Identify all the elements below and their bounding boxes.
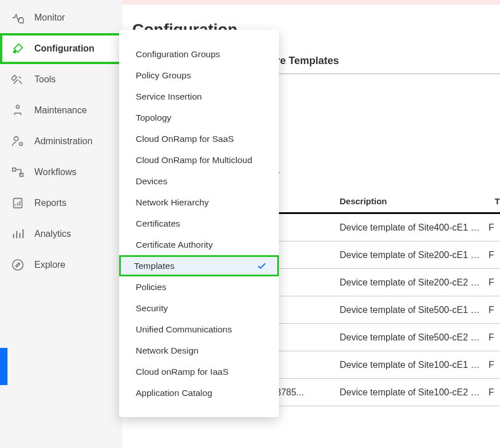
menu-label: Service Insertion [136,92,202,102]
sidebar-item-tools[interactable]: Tools [0,64,123,95]
tab-underline [276,73,500,74]
tab-feature-templates[interactable]: re Templates [276,55,500,72]
tools-icon [10,72,25,87]
svg-point-3 [16,105,19,109]
cell-last: F [489,360,494,370]
workflows-icon [10,165,25,180]
menu-label: Certificate Authority [136,240,212,250]
sidebar-item-reports[interactable]: Reports [0,188,123,219]
menu-item-topology[interactable]: Topology [119,107,279,128]
sidebar-item-maintenance[interactable]: Maintenance [0,95,123,126]
sidebar-item-workflows[interactable]: Workflows [0,157,123,188]
sidebar-label: Administration [34,136,92,146]
menu-label: Unified Communications [136,324,232,335]
menu-label: Network Design [136,346,198,356]
menu-item-cloud-onramp-iaas[interactable]: Cloud onRamp for IaaS [119,361,279,382]
cell-desc: Device template of Site200-cE1 wit... [340,250,489,260]
monitor-icon [10,10,25,25]
cell-last: F [489,332,494,343]
menu-label: Cloud onRamp for IaaS [136,367,229,377]
menu-item-security[interactable]: Security [119,298,279,319]
cell-desc: Device template of Site200-cE2 wit... [340,277,489,288]
menu-item-certificates[interactable]: Certificates [119,213,279,234]
cell-desc: Device template of Site500-cE2 wit... [340,332,489,343]
menu-label: Cloud OnRamp for Multicloud [136,155,252,165]
menu-label: Security [136,303,168,314]
sidebar-label: Workflows [34,167,77,177]
menu-item-policies[interactable]: Policies [119,276,279,298]
cell-last: F [489,305,494,315]
sidebar-label: Analytics [34,229,71,239]
menu-item-configuration-groups[interactable]: Configuration Groups [119,43,279,65]
menu-item-policy-groups[interactable]: Policy Groups [119,65,279,86]
cell-last: F [489,277,494,288]
cell-last: F [489,223,494,233]
cell-last: F [489,387,494,398]
cell-desc: Device template of Site100-cE2 wit... [340,387,489,398]
alert-banner [123,0,500,5]
cell-desc: Device template of Site100-cE1 wit... [340,360,489,370]
menu-item-cloud-onramp-multicloud[interactable]: Cloud OnRamp for Multicloud [119,149,279,171]
sidebar-label: Tools [34,74,56,85]
menu-label: Configuration Groups [136,49,220,60]
sidebar-label: Maintenance [34,105,87,116]
menu-item-devices[interactable]: Devices [119,171,279,192]
check-icon [257,261,267,271]
menu-label: Application Catalog [136,388,212,398]
svg-point-16 [13,260,23,270]
cell-desc: Device template of Site400-cE1 wit... [340,223,489,233]
menu-item-certificate-authority[interactable]: Certificate Authority [119,234,279,255]
svg-point-2 [14,51,16,53]
menu-label: Policy Groups [136,70,191,81]
menu-label: Cloud OnRamp for SaaS [136,134,234,144]
svg-point-5 [19,142,23,146]
svg-line-1 [22,22,23,23]
sidebar-label: Monitor [34,13,65,23]
sidebar-item-configuration[interactable]: Configuration [0,33,123,64]
sidebar-item-explore[interactable]: Explore [0,249,123,280]
administration-icon [10,134,25,149]
configuration-menu: Configuration Groups Policy Groups Servi… [119,30,279,417]
menu-label: Policies [136,282,166,292]
sidebar-label: Reports [34,198,66,208]
col-header-description[interactable]: Description [340,196,495,206]
tab-label: re Templates [276,55,339,66]
menu-item-network-design[interactable]: Network Design [119,340,279,361]
sidebar-label: Configuration [34,43,95,54]
sidebar-item-administration[interactable]: Administration [0,126,123,157]
cell-last: F [489,250,494,260]
menu-item-application-catalog[interactable]: Application Catalog [119,382,279,403]
analytics-icon [10,227,25,241]
maintenance-icon [10,103,25,118]
menu-item-templates[interactable]: Templates [119,255,279,276]
configuration-icon [10,41,25,56]
sidebar-item-analytics[interactable]: Analytics [0,219,123,249]
sidebar-label: Explore [34,260,65,270]
cell-desc: Device template of Site500-cE1 wit... [340,305,489,315]
menu-label: Devices [136,176,167,187]
menu-label: Network Hierarchy [136,197,208,208]
menu-item-network-hierarchy[interactable]: Network Hierarchy [119,192,279,213]
menu-label: Topology [136,113,171,123]
sidebar: Monitor Configuration Tools Maintenance … [0,0,123,448]
menu-label: Certificates [136,219,180,229]
reports-icon [10,196,25,211]
menu-label: Templates [134,261,175,271]
menu-item-service-insertion[interactable]: Service Insertion [119,86,279,107]
col-header-last[interactable]: T [495,196,500,206]
menu-item-cloud-onramp-saas[interactable]: Cloud OnRamp for SaaS [119,128,279,149]
explore-icon [10,257,25,272]
svg-marker-17 [15,263,19,267]
sidebar-accent-bar [0,348,7,385]
sidebar-item-monitor[interactable]: Monitor [0,2,123,33]
menu-item-unified-communications[interactable]: Unified Communications [119,319,279,340]
svg-rect-6 [13,168,16,172]
svg-point-4 [14,137,18,141]
